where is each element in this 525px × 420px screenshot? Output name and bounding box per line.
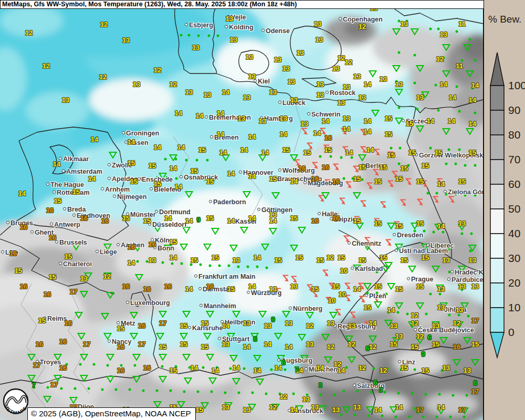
cloud-cover-legend: % Bew. 1009080706050403020100 — [484, 0, 525, 420]
metmaps-logo: METMAPS — [1, 387, 32, 419]
legend-tick-label: 90 — [508, 104, 525, 117]
legend-tick-label: 10 — [508, 301, 525, 314]
metmaps-screenshot: HorsensVejleKoldingEsbjergOdenseCopenhag… — [0, 0, 525, 420]
copyright-text: © 2025 (AGB), OpenStreetMap, NOAA NCEP — [31, 409, 191, 418]
legend-tick-label: 60 — [508, 178, 525, 191]
legend-tick-label: 70 — [508, 153, 525, 166]
legend-tick-label: 30 — [508, 252, 525, 265]
legend-tick-label: 20 — [508, 277, 525, 289]
legend-bar — [489, 0, 506, 370]
map-title: MetMaps, Gfs WW-Symbol, Mos Temperature … — [2, 1, 297, 8]
legend-tick-label: 100 — [508, 79, 525, 92]
legend-tick-label: 0 — [508, 326, 525, 339]
legend-tick-label: 80 — [508, 129, 525, 141]
map-title-bar: MetMaps, Gfs WW-Symbol, Mos Temperature … — [0, 0, 484, 9]
weather-map: HorsensVejleKoldingEsbjergOdenseCopenhag… — [0, 0, 484, 420]
copyright-bar: © 2025 (AGB), OpenStreetMap, NOAA NCEP — [27, 407, 196, 420]
legend-tick-label: 40 — [508, 227, 525, 240]
legend-tick-label: 50 — [508, 203, 525, 215]
country-borders-layer — [0, 0, 484, 420]
